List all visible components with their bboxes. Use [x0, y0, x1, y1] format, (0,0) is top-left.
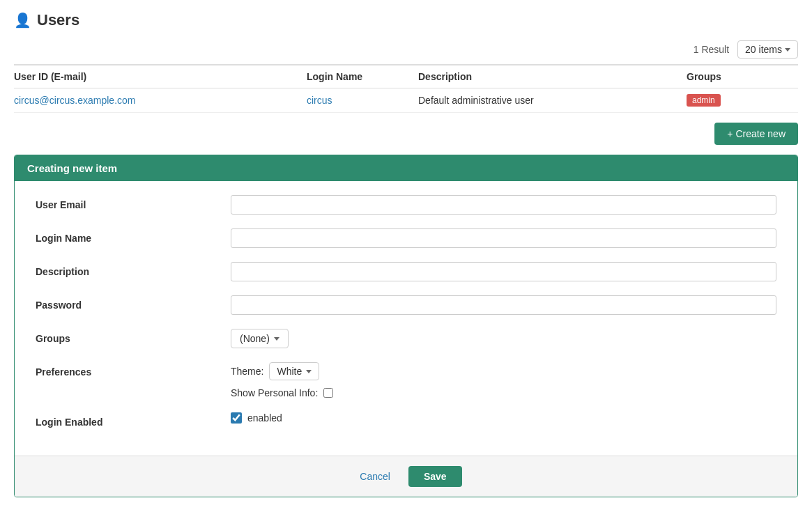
password-label: Password — [36, 295, 231, 311]
theme-row: Theme: White — [231, 362, 333, 380]
groups-label: Groups — [36, 329, 231, 344]
description-label: Description — [36, 262, 231, 277]
col-header-description: Description — [418, 71, 687, 82]
theme-text-label: Theme: — [231, 366, 263, 377]
cell-groups: admin — [687, 94, 798, 107]
create-new-button[interactable]: + Create new — [714, 123, 798, 145]
show-personal-label: Show Personal Info: — [231, 387, 318, 398]
theme-caret-icon — [306, 370, 312, 373]
login-name-row: Login Name — [36, 228, 776, 248]
col-header-email: User ID (E-mail) — [14, 71, 307, 82]
password-row: Password — [36, 295, 776, 315]
theme-dropdown[interactable]: White — [269, 362, 319, 380]
show-personal-row: Show Personal Info: — [231, 387, 333, 398]
preferences-label: Preferences — [36, 362, 231, 378]
items-per-page-dropdown[interactable]: 20 items — [737, 40, 798, 59]
table-row: circus@circus.example.com circus Default… — [14, 88, 798, 113]
preferences-inner: Theme: White Show Personal Info: — [231, 362, 333, 398]
user-email-label: User Email — [36, 195, 231, 210]
show-personal-checkbox[interactable] — [323, 388, 333, 398]
description-input[interactable] — [231, 262, 776, 281]
groups-default-label: (None) — [240, 333, 270, 344]
dropdown-caret-icon — [785, 48, 790, 52]
login-enabled-row: Login Enabled enabled — [36, 412, 776, 428]
col-header-login: Login Name — [307, 71, 418, 82]
theme-value-label: White — [277, 366, 302, 377]
table-header: User ID (E-mail) Login Name Description … — [14, 64, 798, 88]
items-per-page-label: 20 items — [745, 44, 782, 55]
top-bar: 1 Result 20 items — [14, 40, 798, 59]
login-link[interactable]: circus — [307, 95, 332, 106]
form-panel: Creating new item User Email Login Name … — [14, 155, 798, 497]
page-header: 👤 Users — [14, 11, 798, 29]
user-email-row: User Email — [36, 195, 776, 215]
password-input[interactable] — [231, 295, 776, 315]
cell-description: Default administrative user — [418, 95, 687, 106]
groups-dropdown[interactable]: (None) — [231, 329, 289, 348]
form-title: Creating new item — [27, 162, 117, 174]
cell-login[interactable]: circus — [307, 95, 418, 106]
groups-row: Groups (None) — [36, 329, 776, 348]
save-button[interactable]: Save — [408, 466, 462, 487]
cell-email[interactable]: circus@circus.example.com — [14, 95, 307, 106]
preferences-row: Preferences Theme: White Show Personal I… — [36, 362, 776, 398]
form-footer: Cancel Save — [15, 456, 797, 497]
form-panel-header: Creating new item — [15, 155, 797, 181]
enabled-text: enabled — [247, 412, 282, 424]
description-row: Description — [36, 262, 776, 281]
cancel-button[interactable]: Cancel — [350, 466, 400, 487]
login-name-input[interactable] — [231, 228, 776, 248]
user-icon: 👤 — [14, 12, 31, 29]
groups-caret-icon — [274, 337, 279, 341]
login-enabled-checkbox[interactable] — [231, 412, 242, 424]
create-new-bar: + Create new — [14, 123, 798, 145]
col-header-groups: Groups — [687, 71, 798, 82]
create-new-label: + Create new — [727, 128, 786, 139]
result-count: 1 Result — [694, 44, 729, 55]
email-link[interactable]: circus@circus.example.com — [14, 95, 135, 106]
page-title: Users — [37, 11, 79, 29]
login-name-label: Login Name — [36, 228, 231, 244]
login-enabled-inner: enabled — [231, 412, 282, 424]
admin-badge: admin — [687, 94, 721, 107]
user-email-input[interactable] — [231, 195, 776, 215]
form-body: User Email Login Name Description Passwo… — [15, 181, 797, 456]
login-enabled-label: Login Enabled — [36, 412, 231, 428]
